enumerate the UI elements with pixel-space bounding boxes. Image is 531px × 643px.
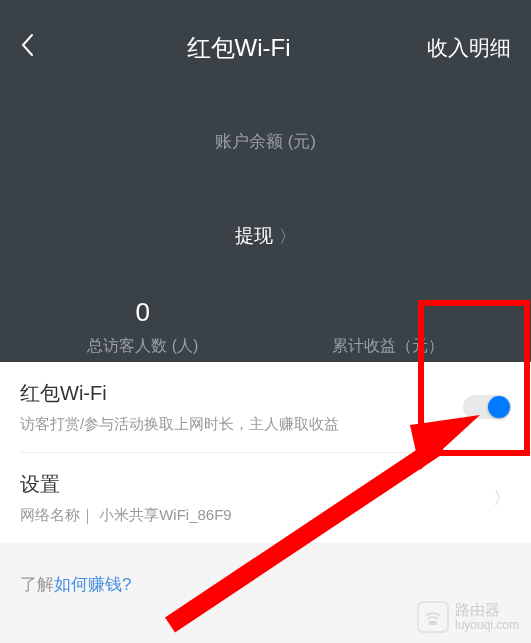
nav-bar: 红包Wi-Fi 收入明细 bbox=[0, 0, 531, 70]
wifi-toggle[interactable] bbox=[463, 395, 511, 419]
page-title: 红包Wi-Fi bbox=[50, 32, 427, 64]
withdraw-button[interactable]: 提现〉 bbox=[0, 223, 531, 249]
wifi-row-subtitle: 访客打赏/参与活动换取上网时长，主人赚取收益 bbox=[20, 415, 463, 434]
stat-visitors-label: 总访客人数 (人) bbox=[20, 336, 266, 357]
settings-row-text: 设置 网络名称｜ 小米共享WiFi_86F9 bbox=[20, 471, 493, 525]
wifi-row-text: 红包Wi-Fi 访客打赏/参与活动换取上网时长，主人赚取收益 bbox=[20, 380, 463, 434]
chevron-left-icon bbox=[20, 33, 34, 57]
settings-row[interactable]: 设置 网络名称｜ 小米共享WiFi_86F9 〉 bbox=[0, 453, 531, 543]
settings-network-name: 小米共享WiFi_86F9 bbox=[99, 506, 232, 523]
income-detail-link[interactable]: 收入明细 bbox=[427, 34, 511, 62]
wifi-toggle-row: 红包Wi-Fi 访客打赏/参与活动换取上网时长，主人赚取收益 bbox=[0, 362, 531, 452]
withdraw-label: 提现 bbox=[235, 225, 273, 246]
chevron-right-icon: 〉 bbox=[493, 486, 511, 510]
wifi-row-title: 红包Wi-Fi bbox=[20, 380, 463, 407]
how-to-earn-link[interactable]: 如何赚钱? bbox=[54, 575, 131, 594]
watermark-line1: 路由器 bbox=[455, 602, 519, 619]
settings-row-title: 设置 bbox=[20, 471, 493, 498]
stat-income: 累计收益（元） bbox=[266, 297, 512, 357]
stat-income-value bbox=[266, 297, 512, 328]
watermark-line2: luyouqi.com bbox=[455, 619, 519, 632]
balance-label: 账户余额 (元) bbox=[0, 130, 531, 153]
stat-visitors-value: 0 bbox=[20, 297, 266, 328]
stat-income-label: 累计收益（元） bbox=[266, 336, 512, 357]
back-button[interactable] bbox=[20, 32, 50, 64]
toggle-thumb-icon bbox=[488, 396, 510, 418]
chevron-right-icon: 〉 bbox=[279, 227, 296, 246]
watermark: 路由器 luyouqi.com bbox=[417, 601, 519, 633]
header-panel: 红包Wi-Fi 收入明细 账户余额 (元) 提现〉 0 总访客人数 (人) 累计… bbox=[0, 0, 531, 362]
settings-sub-prefix: 网络名称｜ bbox=[20, 506, 99, 523]
stats-row: 0 总访客人数 (人) 累计收益（元） bbox=[0, 297, 531, 357]
router-icon bbox=[417, 601, 449, 633]
stat-visitors: 0 总访客人数 (人) bbox=[20, 297, 266, 357]
content-section: 红包Wi-Fi 访客打赏/参与活动换取上网时长，主人赚取收益 设置 网络名称｜ … bbox=[0, 362, 531, 543]
help-prefix: 了解 bbox=[20, 575, 54, 594]
settings-row-subtitle: 网络名称｜ 小米共享WiFi_86F9 bbox=[20, 506, 493, 525]
svg-rect-3 bbox=[429, 621, 437, 625]
watermark-text: 路由器 luyouqi.com bbox=[455, 602, 519, 632]
